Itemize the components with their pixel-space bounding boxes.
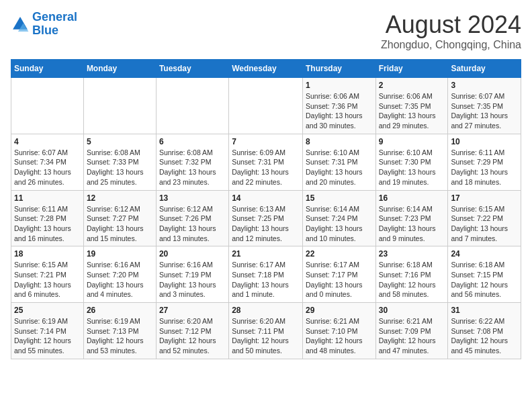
- calendar-cell: 16Sunrise: 6:14 AM Sunset: 7:23 PM Dayli…: [375, 190, 448, 246]
- week-row-5: 25Sunrise: 6:19 AM Sunset: 7:14 PM Dayli…: [11, 303, 521, 359]
- day-number: 10: [451, 137, 518, 146]
- day-info: Sunrise: 6:06 AM Sunset: 7:36 PM Dayligh…: [306, 91, 373, 131]
- day-info: Sunrise: 6:20 AM Sunset: 7:11 PM Dayligh…: [232, 316, 300, 356]
- day-number: 17: [451, 193, 518, 203]
- day-number: 7: [232, 137, 300, 146]
- logo-icon: [11, 15, 30, 34]
- day-info: Sunrise: 6:19 AM Sunset: 7:14 PM Dayligh…: [14, 316, 81, 356]
- calendar-cell: 25Sunrise: 6:19 AM Sunset: 7:14 PM Dayli…: [11, 303, 84, 359]
- day-info: Sunrise: 6:06 AM Sunset: 7:35 PM Dayligh…: [379, 91, 445, 131]
- day-number: 2: [379, 81, 445, 90]
- day-number: 31: [451, 306, 518, 315]
- day-info: Sunrise: 6:09 AM Sunset: 7:31 PM Dayligh…: [232, 148, 300, 187]
- calendar-cell: 2Sunrise: 6:06 AM Sunset: 7:35 PM Daylig…: [375, 78, 448, 134]
- day-info: Sunrise: 6:16 AM Sunset: 7:20 PM Dayligh…: [87, 260, 153, 300]
- day-number: 5: [87, 137, 153, 146]
- calendar-cell: 27Sunrise: 6:20 AM Sunset: 7:12 PM Dayli…: [156, 303, 228, 359]
- calendar-cell: 22Sunrise: 6:17 AM Sunset: 7:17 PM Dayli…: [302, 246, 375, 303]
- main-title: August 2024: [381, 11, 521, 39]
- day-number: 1: [306, 81, 373, 90]
- calendar-cell: 13Sunrise: 6:12 AM Sunset: 7:26 PM Dayli…: [156, 190, 228, 246]
- calendar-cell: 5Sunrise: 6:08 AM Sunset: 7:33 PM Daylig…: [83, 134, 156, 190]
- week-row-2: 4Sunrise: 6:07 AM Sunset: 7:34 PM Daylig…: [11, 134, 521, 190]
- week-row-4: 18Sunrise: 6:15 AM Sunset: 7:21 PM Dayli…: [11, 246, 521, 303]
- logo-line1: General: [32, 10, 77, 24]
- calendar-cell: [11, 78, 84, 134]
- day-number: 3: [451, 81, 518, 90]
- calendar-cell: 17Sunrise: 6:15 AM Sunset: 7:22 PM Dayli…: [448, 190, 521, 246]
- day-number: 26: [87, 306, 153, 315]
- day-info: Sunrise: 6:08 AM Sunset: 7:32 PM Dayligh…: [159, 148, 226, 187]
- day-info: Sunrise: 6:18 AM Sunset: 7:15 PM Dayligh…: [451, 260, 518, 300]
- day-number: 27: [159, 306, 226, 315]
- day-info: Sunrise: 6:21 AM Sunset: 7:09 PM Dayligh…: [379, 316, 445, 356]
- day-info: Sunrise: 6:18 AM Sunset: 7:16 PM Dayligh…: [379, 260, 445, 300]
- calendar-table: SundayMondayTuesdayWednesdayThursdayFrid…: [11, 59, 521, 359]
- subtitle: Zhongduo, Chongqing, China: [381, 39, 521, 51]
- calendar-cell: [83, 78, 156, 134]
- logo: General Blue: [11, 11, 77, 38]
- day-number: 23: [379, 249, 445, 259]
- calendar-cell: 8Sunrise: 6:10 AM Sunset: 7:31 PM Daylig…: [302, 134, 375, 190]
- header-day-saturday: Saturday: [448, 60, 521, 78]
- day-info: Sunrise: 6:10 AM Sunset: 7:31 PM Dayligh…: [306, 148, 373, 187]
- calendar-cell: [156, 78, 228, 134]
- calendar-cell: 23Sunrise: 6:18 AM Sunset: 7:16 PM Dayli…: [375, 246, 448, 303]
- page-header: General Blue August 2024 Zhongduo, Chong…: [11, 11, 521, 51]
- day-number: 28: [232, 306, 300, 315]
- week-row-3: 11Sunrise: 6:11 AM Sunset: 7:28 PM Dayli…: [11, 190, 521, 246]
- day-info: Sunrise: 6:17 AM Sunset: 7:17 PM Dayligh…: [306, 260, 373, 300]
- day-info: Sunrise: 6:20 AM Sunset: 7:12 PM Dayligh…: [159, 316, 226, 356]
- day-number: 12: [87, 193, 153, 203]
- header-day-thursday: Thursday: [302, 60, 375, 78]
- calendar-cell: 7Sunrise: 6:09 AM Sunset: 7:31 PM Daylig…: [229, 134, 303, 190]
- calendar-cell: 28Sunrise: 6:20 AM Sunset: 7:11 PM Dayli…: [229, 303, 303, 359]
- day-number: 25: [14, 306, 81, 315]
- header-day-sunday: Sunday: [11, 60, 84, 78]
- day-info: Sunrise: 6:22 AM Sunset: 7:08 PM Dayligh…: [451, 316, 518, 356]
- day-number: 8: [306, 137, 373, 146]
- day-number: 18: [14, 249, 81, 259]
- day-info: Sunrise: 6:12 AM Sunset: 7:27 PM Dayligh…: [87, 204, 153, 244]
- day-info: Sunrise: 6:11 AM Sunset: 7:28 PM Dayligh…: [14, 204, 81, 244]
- calendar-cell: 30Sunrise: 6:21 AM Sunset: 7:09 PM Dayli…: [375, 303, 448, 359]
- day-number: 29: [306, 306, 373, 315]
- day-info: Sunrise: 6:10 AM Sunset: 7:30 PM Dayligh…: [379, 148, 445, 187]
- day-number: 4: [14, 137, 81, 146]
- day-info: Sunrise: 6:15 AM Sunset: 7:21 PM Dayligh…: [14, 260, 81, 300]
- calendar-cell: 1Sunrise: 6:06 AM Sunset: 7:36 PM Daylig…: [302, 78, 375, 134]
- day-number: 19: [87, 249, 153, 259]
- header-day-friday: Friday: [375, 60, 448, 78]
- day-info: Sunrise: 6:15 AM Sunset: 7:22 PM Dayligh…: [451, 204, 518, 244]
- day-info: Sunrise: 6:13 AM Sunset: 7:25 PM Dayligh…: [232, 204, 300, 244]
- day-number: 24: [451, 249, 518, 259]
- title-block: August 2024 Zhongduo, Chongqing, China: [381, 11, 521, 51]
- day-number: 16: [379, 193, 445, 203]
- day-info: Sunrise: 6:12 AM Sunset: 7:26 PM Dayligh…: [159, 204, 226, 244]
- calendar-cell: 4Sunrise: 6:07 AM Sunset: 7:34 PM Daylig…: [11, 134, 84, 190]
- calendar-cell: 15Sunrise: 6:14 AM Sunset: 7:24 PM Dayli…: [302, 190, 375, 246]
- calendar-cell: 6Sunrise: 6:08 AM Sunset: 7:32 PM Daylig…: [156, 134, 228, 190]
- calendar-cell: 14Sunrise: 6:13 AM Sunset: 7:25 PM Dayli…: [229, 190, 303, 246]
- calendar-cell: 21Sunrise: 6:17 AM Sunset: 7:18 PM Dayli…: [229, 246, 303, 303]
- calendar-cell: 12Sunrise: 6:12 AM Sunset: 7:27 PM Dayli…: [83, 190, 156, 246]
- calendar-cell: 10Sunrise: 6:11 AM Sunset: 7:29 PM Dayli…: [448, 134, 521, 190]
- day-info: Sunrise: 6:16 AM Sunset: 7:19 PM Dayligh…: [159, 260, 226, 300]
- day-info: Sunrise: 6:14 AM Sunset: 7:24 PM Dayligh…: [306, 204, 373, 244]
- day-number: 9: [379, 137, 445, 146]
- calendar-cell: 29Sunrise: 6:21 AM Sunset: 7:10 PM Dayli…: [302, 303, 375, 359]
- logo-line2: Blue: [32, 24, 58, 37]
- calendar-cell: 3Sunrise: 6:07 AM Sunset: 7:35 PM Daylig…: [448, 78, 521, 134]
- week-row-1: 1Sunrise: 6:06 AM Sunset: 7:36 PM Daylig…: [11, 78, 521, 134]
- day-number: 15: [306, 193, 373, 203]
- day-number: 6: [159, 137, 226, 146]
- day-info: Sunrise: 6:07 AM Sunset: 7:35 PM Dayligh…: [451, 91, 518, 131]
- calendar-cell: 20Sunrise: 6:16 AM Sunset: 7:19 PM Dayli…: [156, 246, 228, 303]
- calendar-cell: 24Sunrise: 6:18 AM Sunset: 7:15 PM Dayli…: [448, 246, 521, 303]
- day-info: Sunrise: 6:21 AM Sunset: 7:10 PM Dayligh…: [306, 316, 373, 356]
- day-info: Sunrise: 6:08 AM Sunset: 7:33 PM Dayligh…: [87, 148, 153, 187]
- day-info: Sunrise: 6:07 AM Sunset: 7:34 PM Dayligh…: [14, 148, 81, 187]
- calendar-cell: [229, 78, 303, 134]
- header-row: SundayMondayTuesdayWednesdayThursdayFrid…: [11, 60, 521, 78]
- day-number: 22: [306, 249, 373, 259]
